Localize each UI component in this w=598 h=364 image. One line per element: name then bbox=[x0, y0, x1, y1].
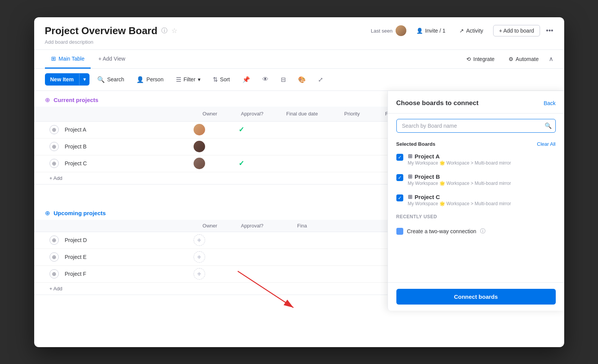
connect-boards-panel: Choose boards to connect Back 🔍 Selected… bbox=[388, 91, 564, 311]
col-approval: Approval? bbox=[229, 108, 275, 120]
col-duedate: Final due date bbox=[275, 108, 329, 120]
automate-button[interactable]: ⚙ Automate bbox=[505, 54, 543, 64]
automate-icon: ⚙ bbox=[509, 56, 514, 62]
tab-add-view[interactable]: + Add View bbox=[92, 50, 131, 68]
expand-icon: ⤢ bbox=[318, 76, 323, 83]
columns-icon: ⊟ bbox=[281, 76, 286, 83]
board-grid-icon: ⊞ bbox=[408, 153, 412, 159]
title-area: Project Overview Board ⓘ ☆ bbox=[45, 25, 177, 37]
owner-avatar bbox=[194, 158, 205, 169]
two-way-info-icon[interactable]: ⓘ bbox=[480, 228, 485, 235]
invite-icon: 👤 bbox=[416, 28, 423, 34]
search-box: 🔍 bbox=[396, 119, 556, 133]
col-owner: Owner bbox=[191, 108, 229, 120]
eye-icon: 👁 bbox=[262, 76, 268, 83]
back-button[interactable]: Back bbox=[543, 100, 555, 106]
eye-button[interactable]: 👁 bbox=[258, 73, 273, 86]
search-icon: 🔍 bbox=[545, 122, 552, 129]
row-owner: + bbox=[180, 234, 219, 246]
two-way-label: Create a two-way connection bbox=[407, 228, 477, 234]
search-button[interactable]: 🔍 Search bbox=[93, 73, 129, 86]
tabs-bar: ⊞ Main Table + Add View ⟲ Integrate ⚙ Au… bbox=[34, 50, 564, 69]
connect-boards-button[interactable]: Connect boards bbox=[396, 289, 556, 305]
owner-avatar-empty: + bbox=[194, 268, 205, 280]
col-priority: Priority bbox=[329, 108, 375, 120]
board-item-name: ⊞ Project B bbox=[408, 173, 556, 180]
invite-button[interactable]: 👤 Invite / 1 bbox=[412, 25, 449, 36]
integrate-icon: ⟲ bbox=[466, 56, 471, 62]
board-item[interactable]: ✓ ⊞ Project B My Workspace 🌟 Workspace >… bbox=[388, 170, 564, 190]
owner-avatar-empty: + bbox=[194, 234, 205, 246]
person-icon: 👤 bbox=[136, 76, 144, 83]
tab-main-table[interactable]: ⊞ Main Table bbox=[45, 50, 91, 69]
avatar-img bbox=[396, 25, 406, 36]
row-owner bbox=[180, 124, 219, 135]
board-grid-icon: ⊞ bbox=[408, 173, 412, 180]
collapse-icon[interactable]: ∧ bbox=[549, 55, 553, 63]
add-row-icon[interactable]: ⊕ bbox=[50, 142, 59, 151]
row-owner: + bbox=[180, 251, 219, 263]
sort-button[interactable]: ⇅ Sort bbox=[208, 73, 235, 86]
board-grid-icon: ⊞ bbox=[408, 194, 412, 200]
add-row-icon[interactable]: ⊕ bbox=[50, 125, 59, 134]
add-row-icon[interactable]: ⊕ bbox=[50, 269, 59, 278]
check-icon: ✓ bbox=[239, 159, 244, 168]
panel-header: Choose boards to connect Back bbox=[388, 91, 564, 114]
row-owner bbox=[180, 158, 219, 169]
clear-all-button[interactable]: Clear All bbox=[537, 141, 555, 147]
tabs-left: ⊞ Main Table + Add View bbox=[45, 50, 132, 68]
row-name: ⊕ Project F bbox=[50, 269, 180, 278]
star-icon[interactable]: ☆ bbox=[171, 26, 177, 35]
row-name: ⊕ Project B bbox=[50, 142, 180, 151]
table-icon: ⊞ bbox=[51, 55, 56, 62]
board-search-input[interactable] bbox=[396, 119, 556, 133]
integrate-button[interactable]: ⟲ Integrate bbox=[462, 54, 498, 64]
row-name: ⊕ Project E bbox=[50, 252, 180, 262]
row-name: ⊕ Project C bbox=[50, 159, 180, 168]
app-window: Project Overview Board ⓘ ☆ Last seen 👤 I… bbox=[34, 17, 564, 347]
board-item-name: ⊞ Project C bbox=[408, 194, 556, 200]
col-approval-2: Approval? bbox=[229, 220, 275, 232]
tabs-right: ⟲ Integrate ⚙ Automate ∧ bbox=[462, 54, 553, 64]
row-name: ⊕ Project A bbox=[50, 125, 180, 134]
owner-avatar-empty: + bbox=[194, 251, 205, 263]
expand-button[interactable]: ⤢ bbox=[313, 73, 328, 86]
board-item-name: ⊞ Project A bbox=[408, 153, 556, 160]
columns-button[interactable]: ⊟ bbox=[276, 73, 290, 86]
more-options-icon[interactable]: ••• bbox=[546, 27, 553, 35]
group-collapse-icon[interactable]: ⊕ bbox=[45, 96, 50, 104]
group-title-current: Current projects bbox=[54, 97, 99, 103]
person-button[interactable]: 👤 Person bbox=[132, 73, 168, 86]
add-row-icon[interactable]: ⊕ bbox=[50, 159, 59, 168]
color-icon: 🎨 bbox=[298, 76, 306, 83]
board-description[interactable]: Add board description bbox=[45, 39, 553, 49]
board-item[interactable]: ✓ ⊞ Project C My Workspace 🌟 Workspace >… bbox=[388, 190, 564, 210]
new-item-button[interactable]: New Item ▾ bbox=[45, 73, 89, 86]
main-content: ⊕ Current projects Owner Approval? Final… bbox=[34, 91, 564, 311]
pin-button[interactable]: 📌 bbox=[238, 73, 255, 86]
add-row-icon[interactable]: ⊕ bbox=[50, 252, 59, 262]
checkbox-project-c[interactable]: ✓ bbox=[396, 194, 403, 201]
add-row-icon[interactable]: ⊕ bbox=[50, 236, 59, 245]
color-button[interactable]: 🎨 bbox=[293, 73, 310, 86]
new-item-arrow[interactable]: ▾ bbox=[79, 74, 89, 85]
two-way-row: Create a two-way connection ⓘ bbox=[388, 224, 564, 239]
checkbox-project-b[interactable]: ✓ bbox=[396, 174, 403, 181]
two-way-checkbox[interactable] bbox=[396, 228, 403, 235]
activity-button[interactable]: ↗ Activity bbox=[456, 25, 487, 36]
check-icon: ✓ bbox=[239, 125, 244, 134]
owner-avatar bbox=[194, 141, 205, 152]
add-to-board-button[interactable]: + Add to board bbox=[493, 25, 540, 36]
filter-button[interactable]: ☰ Filter ▾ bbox=[171, 73, 205, 86]
board-item[interactable]: ✓ ⊞ Project A My Workspace 🌟 Workspace >… bbox=[388, 149, 564, 170]
group-collapse-icon-2[interactable]: ⊕ bbox=[45, 209, 50, 217]
row-name: ⊕ Project D bbox=[50, 236, 180, 245]
info-icon[interactable]: ⓘ bbox=[161, 27, 167, 35]
board-item-info: ⊞ Project B My Workspace 🌟 Workspace > M… bbox=[408, 173, 556, 186]
header-top: Project Overview Board ⓘ ☆ Last seen 👤 I… bbox=[45, 25, 553, 37]
checkbox-project-a[interactable]: ✓ bbox=[396, 154, 403, 161]
filter-icon: ☰ bbox=[176, 76, 181, 83]
filter-dropdown-icon: ▾ bbox=[198, 76, 200, 82]
avatar bbox=[396, 25, 406, 36]
board-item-path: My Workspace 🌟 Workspace > Multi-board m… bbox=[408, 160, 556, 166]
